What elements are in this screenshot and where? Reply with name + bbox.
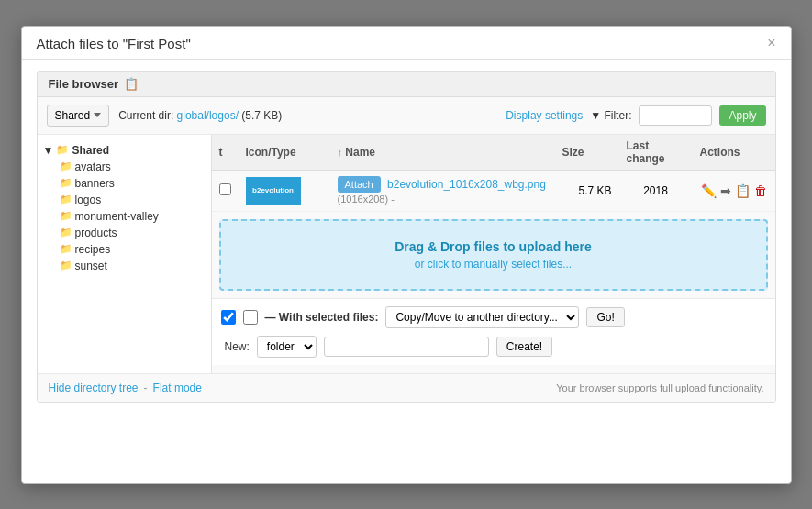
tree-item-avatars[interactable]: 📁 avatars bbox=[60, 159, 206, 175]
file-browser-icon: 📋 bbox=[124, 77, 139, 91]
tree-item-label: logos bbox=[75, 194, 102, 206]
file-size: 5.7 KB bbox=[578, 184, 611, 197]
type-select[interactable]: folder bbox=[257, 336, 317, 358]
tree-item-label: products bbox=[75, 227, 117, 239]
select-none-checkbox[interactable] bbox=[243, 310, 258, 325]
current-dir-size: (5.7 KB) bbox=[241, 109, 282, 122]
tree-item-monument-valley[interactable]: 📁 monument-valley bbox=[60, 208, 206, 225]
current-dir-path[interactable]: global/logos/ bbox=[177, 109, 239, 122]
tree-children: 📁 avatars 📁 banners 📁 logos bbox=[43, 159, 206, 274]
move-icon[interactable]: ➡ bbox=[720, 183, 731, 198]
tree-root-shared[interactable]: ▼ 📁 Shared bbox=[43, 142, 206, 159]
close-button[interactable]: × bbox=[767, 36, 775, 50]
modal: Attach files to "First Post" × File brow… bbox=[21, 26, 792, 484]
modal-body: File browser 📋 Shared Current dir: globa… bbox=[22, 60, 791, 414]
expand-icon: ▼ bbox=[43, 144, 54, 157]
tree-item-label: sunset bbox=[75, 260, 107, 272]
tree-item-label: banners bbox=[75, 177, 115, 190]
row-name-cell: Attach b2evolution_1016x208_wbg.png (101… bbox=[330, 170, 555, 211]
file-name-link[interactable]: b2evolution_1016x208_wbg.png bbox=[387, 178, 546, 191]
sort-icon: ↑ bbox=[338, 147, 343, 158]
footer-info: Your browser supports full upload functi… bbox=[556, 382, 763, 393]
new-item-row: New: folder Create! bbox=[221, 336, 766, 358]
flat-mode-link[interactable]: Flat mode bbox=[153, 382, 202, 394]
tree-item-products[interactable]: 📁 products bbox=[60, 225, 206, 241]
attach-button[interactable]: Attach bbox=[338, 176, 381, 193]
modal-header: Attach files to "First Post" × bbox=[22, 27, 791, 60]
file-thumbnail: b2evolution bbox=[246, 177, 301, 205]
footer-bar: Hide directory tree - Flat mode Your bro… bbox=[38, 373, 775, 402]
folder-icon: 📁 bbox=[60, 227, 72, 238]
with-selected-label: — With selected files: bbox=[265, 311, 379, 324]
row-date-cell: 2018 bbox=[619, 170, 693, 211]
tree-item-sunset[interactable]: 📁 sunset bbox=[60, 258, 206, 274]
row-size-cell: 5.7 KB bbox=[555, 170, 619, 211]
folder-icon: 📁 bbox=[60, 210, 72, 222]
dropdown-arrow-icon bbox=[94, 113, 101, 117]
modal-overlay: Attach files to "First Post" × File brow… bbox=[0, 0, 812, 509]
col-header-icon[interactable]: Icon/Type bbox=[239, 135, 330, 171]
thumb-label: b2evolution bbox=[252, 186, 294, 194]
copy-icon[interactable]: 📋 bbox=[735, 183, 751, 198]
tree-root-label: Shared bbox=[72, 144, 109, 157]
folder-icon: 📁 bbox=[60, 160, 72, 172]
hide-tree-link[interactable]: Hide directory tree bbox=[49, 382, 139, 394]
col-header-size[interactable]: Size bbox=[555, 135, 619, 171]
tree-item-recipes[interactable]: 📁 recipes bbox=[60, 241, 206, 258]
content-row: ▼ 📁 Shared 📁 avatars 📁 banners bbox=[38, 135, 775, 373]
file-date: 2018 bbox=[643, 184, 668, 197]
selected-files-row: — With selected files: Copy/Move to anot… bbox=[221, 306, 766, 328]
footer-separator: - bbox=[144, 382, 148, 394]
row-checkbox-cell bbox=[212, 170, 239, 211]
col-header-name[interactable]: ↑ Name bbox=[330, 135, 555, 171]
row-actions-cell: ✏️ ➡ 📋 🗑 bbox=[693, 170, 775, 211]
bottom-bar: — With selected files: Copy/Move to anot… bbox=[212, 298, 775, 365]
drop-zone[interactable]: Drag & Drop files to upload here or clic… bbox=[219, 219, 768, 291]
action-select[interactable]: Copy/Move to another directory... bbox=[385, 306, 579, 328]
display-settings-link[interactable]: Display settings bbox=[506, 109, 583, 122]
file-browser-title: File browser bbox=[49, 77, 119, 91]
table-row: b2evolution Attach b2evolution_1016x208_… bbox=[212, 170, 775, 211]
shared-dropdown-button[interactable]: Shared bbox=[47, 105, 110, 127]
create-button[interactable]: Create! bbox=[496, 337, 552, 357]
toolbar-row: Shared Current dir: global/logos/ (5.7 K… bbox=[38, 97, 775, 135]
row-thumb-cell: b2evolution bbox=[239, 170, 330, 211]
folder-icon: 📁 bbox=[60, 243, 72, 255]
delete-icon[interactable]: 🗑 bbox=[754, 183, 767, 198]
edit-icon[interactable]: ✏️ bbox=[701, 183, 717, 198]
folder-icon: 📁 bbox=[56, 144, 69, 156]
directory-tree: ▼ 📁 Shared 📁 avatars 📁 banners bbox=[38, 135, 212, 373]
row-checkbox[interactable] bbox=[219, 183, 231, 195]
tree-item-label: recipes bbox=[75, 243, 111, 256]
shared-label: Shared bbox=[55, 109, 91, 122]
go-button[interactable]: Go! bbox=[586, 307, 624, 327]
folder-icon: 📁 bbox=[60, 194, 72, 205]
apply-button[interactable]: Apply bbox=[719, 105, 765, 126]
folder-icon: 📁 bbox=[60, 177, 72, 189]
filter-input[interactable] bbox=[639, 105, 712, 126]
tree-item-label: avatars bbox=[75, 160, 111, 173]
file-panel: t Icon/Type ↑ Name Size Last change Acti… bbox=[212, 135, 775, 373]
file-dims: (1016x208) - bbox=[338, 194, 395, 205]
modal-title: Attach files to "First Post" bbox=[37, 36, 191, 51]
current-dir-text: Current dir: global/logos/ (5.7 KB) bbox=[118, 109, 282, 122]
select-all-checkbox[interactable] bbox=[221, 310, 236, 325]
col-header-actions: Actions bbox=[693, 135, 775, 171]
col-header-date[interactable]: Last change bbox=[619, 135, 693, 171]
new-label: New: bbox=[225, 340, 250, 353]
tree-item-banners[interactable]: 📁 banners bbox=[60, 175, 206, 192]
tree-item-logos[interactable]: 📁 logos bbox=[60, 192, 206, 208]
drop-zone-sub-text: or click to manually select files... bbox=[239, 258, 748, 271]
tree-item-label: monument-valley bbox=[75, 210, 159, 223]
folder-icon: 📁 bbox=[60, 260, 72, 271]
footer-links: Hide directory tree - Flat mode bbox=[49, 382, 202, 394]
current-dir-label: Current dir: bbox=[118, 109, 173, 122]
file-browser-header: File browser 📋 bbox=[38, 72, 775, 97]
new-name-input[interactable] bbox=[324, 337, 489, 357]
drop-zone-main-text: Drag & Drop files to upload here bbox=[239, 239, 748, 254]
file-table: t Icon/Type ↑ Name Size Last change Acti… bbox=[212, 135, 775, 212]
toolbar-right: Display settings ▼ Filter: Apply bbox=[506, 105, 765, 126]
filter-label: ▼ Filter: bbox=[590, 109, 631, 122]
file-browser-box: File browser 📋 Shared Current dir: globa… bbox=[37, 71, 776, 403]
action-icons: ✏️ ➡ 📋 🗑 bbox=[700, 183, 768, 198]
